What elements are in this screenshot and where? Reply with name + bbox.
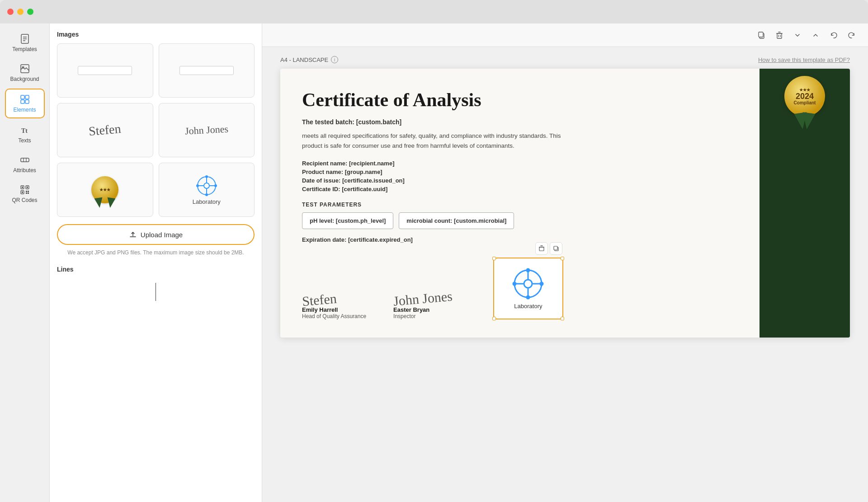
recipient-value: [recipient.name] — [349, 160, 394, 167]
svg-rect-45 — [554, 246, 557, 250]
line-sample[interactable] — [57, 278, 255, 305]
svg-rect-15 — [22, 187, 23, 188]
element-copy-button[interactable] — [550, 242, 562, 255]
svg-rect-17 — [27, 187, 28, 188]
svg-point-52 — [526, 268, 530, 272]
canvas-size-label: A4 - LANDSCAPE i — [280, 56, 338, 63]
certificate-description: meets all required specifications for sa… — [302, 131, 573, 150]
selected-element-toolbar — [535, 242, 562, 255]
id-value: [certificate.uuid] — [342, 186, 387, 192]
issue-value: [certificate.issued_on] — [342, 177, 405, 184]
sidebar-item-texts[interactable]: Tt Texts — [5, 120, 45, 148]
maximize-button[interactable] — [27, 9, 33, 15]
handle-tr[interactable] — [561, 257, 564, 260]
redo-button[interactable] — [844, 28, 859, 42]
sidebar-item-qrcodes-label: QR Codes — [12, 197, 37, 203]
vertical-line — [156, 283, 156, 301]
product-label: Product name: — [302, 169, 343, 175]
medal-wrap: ★★★ — [91, 176, 118, 203]
sidebar-item-elements-label: Elements — [13, 107, 36, 113]
badge-ribbon-right — [801, 112, 816, 130]
lines-section-title: Lines — [57, 266, 255, 273]
microbial-value: [custom.microbial] — [454, 217, 506, 224]
image-item-medal[interactable]: ★★★ — [57, 163, 153, 217]
sidebar-item-qrcodes[interactable]: QR Codes — [5, 180, 45, 208]
svg-point-54 — [513, 281, 517, 286]
sidebar: Templates Background Elements Tt — [0, 23, 50, 502]
element-delete-button[interactable] — [535, 242, 548, 255]
pdf-hint[interactable]: How to save this template as PDF? — [758, 56, 850, 63]
ribbon-right — [106, 197, 116, 208]
svg-point-55 — [540, 281, 544, 286]
element-delete-icon — [538, 245, 545, 252]
image-item-lab[interactable]: Laboratory — [159, 163, 255, 217]
minimize-button[interactable] — [17, 9, 24, 15]
badge-year: 2024 — [796, 92, 814, 100]
lab-element-icon — [512, 267, 544, 300]
image-item-2[interactable] — [159, 43, 255, 98]
move-up-button[interactable] — [808, 28, 823, 42]
info-icon[interactable]: i — [331, 56, 338, 63]
test-params-row: pH level: [custom.ph_level] microbial co… — [302, 212, 738, 229]
image-item-1[interactable] — [57, 43, 153, 98]
ribbon-left — [94, 197, 104, 208]
copy-toolbar-button[interactable] — [754, 28, 769, 42]
background-icon — [19, 63, 30, 74]
expiry-label: Expiration date: — [302, 236, 346, 243]
test-params-title: TEST PARAMETERS — [302, 202, 738, 208]
toolbar — [262, 23, 868, 47]
batch-field: The tested batch: [custom.batch] — [302, 118, 738, 126]
upload-image-button[interactable]: Upload Image — [57, 224, 255, 245]
text-icon: Tt — [19, 125, 30, 136]
issue-label: Date of issue: — [302, 177, 340, 184]
placeholder-rect-1 — [78, 66, 132, 75]
image-item-signature2[interactable]: John Jones — [159, 103, 255, 157]
product-value: [group.name] — [345, 169, 382, 175]
handle-bl[interactable] — [492, 317, 496, 320]
lab-element-label: Laboratory — [514, 303, 542, 310]
lab-icon-svg — [196, 175, 217, 197]
elements-icon — [19, 94, 30, 105]
lab-item: Laboratory — [193, 175, 221, 205]
lab-label-panel: Laboratory — [193, 198, 221, 205]
svg-point-32 — [196, 184, 199, 187]
microbial-param-box: microbial count: [custom.microbial] — [399, 212, 514, 229]
sidebar-item-elements[interactable]: Elements — [5, 89, 45, 118]
microbial-label: microbial count: — [406, 217, 452, 224]
upload-hint: We accept JPG and PNG files. The maximum… — [57, 249, 255, 257]
move-down-button[interactable] — [790, 28, 805, 42]
redo-icon — [848, 31, 856, 39]
sidebar-item-background[interactable]: Background — [5, 59, 45, 87]
svg-rect-21 — [28, 191, 29, 192]
image-grid: Stefen John Jones ★★★ — [57, 43, 255, 217]
id-label: Certificate ID: — [302, 186, 340, 192]
element-copy-icon — [553, 245, 559, 252]
svg-rect-20 — [26, 191, 27, 192]
issue-field: Date of issue: [certificate.issued_on] — [302, 177, 738, 184]
handle-tl[interactable] — [492, 257, 496, 260]
sidebar-item-templates[interactable]: Templates — [5, 29, 45, 57]
selected-element-box[interactable]: Laboratory — [493, 258, 563, 319]
ph-value: [custom.ph_level] — [336, 217, 386, 224]
upload-icon — [129, 230, 137, 239]
images-section-title: Images — [57, 31, 255, 38]
close-button[interactable] — [7, 9, 14, 15]
svg-rect-22 — [26, 192, 27, 194]
qr-icon — [19, 184, 30, 195]
handle-br[interactable] — [561, 317, 564, 320]
svg-rect-7 — [25, 95, 29, 99]
svg-point-53 — [526, 295, 530, 299]
product-field: Product name: [group.name] — [302, 169, 738, 175]
upload-button-label: Upload Image — [141, 231, 183, 239]
expiry-field: Expiration date: [certificate.expired_on… — [302, 236, 738, 243]
sidebar-item-attributes[interactable]: Attributes — [5, 150, 45, 178]
sidebar-item-texts-label: Texts — [18, 137, 31, 144]
delete-toolbar-button[interactable] — [772, 28, 787, 42]
image-item-signature1[interactable]: Stefen — [57, 103, 153, 157]
signature-block-1: Stefen Emily Harrell Head of Quality Ass… — [302, 291, 366, 319]
certificate-title: Certificate of Analysis — [302, 89, 738, 111]
sidebar-item-background-label: Background — [10, 76, 39, 82]
undo-button[interactable] — [826, 28, 841, 42]
svg-rect-6 — [21, 95, 24, 99]
elements-panel: Images Stefen John Jones ★★★ — [50, 23, 262, 502]
